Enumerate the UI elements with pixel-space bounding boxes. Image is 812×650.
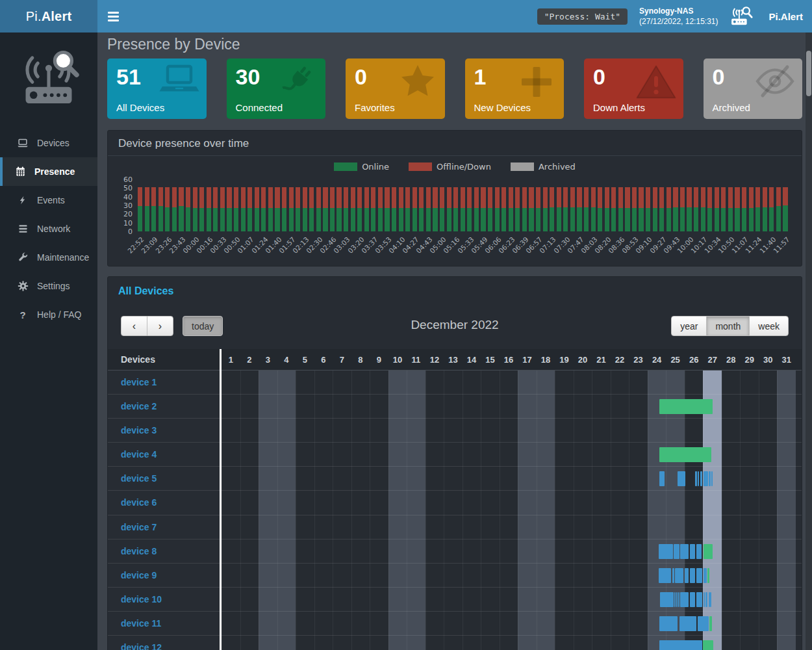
device-row: device 2 xyxy=(108,395,802,419)
presence-bar-blue[interactable] xyxy=(690,568,695,583)
card-connected[interactable]: 30Connected xyxy=(227,58,326,119)
card-down-alerts[interactable]: 0Down Alerts xyxy=(584,58,683,119)
presence-bar-blue[interactable] xyxy=(679,616,696,631)
day-number: 29 xyxy=(740,349,759,370)
device-link-device-5[interactable]: device 5 xyxy=(121,467,157,491)
presence-bar-blue[interactable] xyxy=(672,568,674,583)
card-archived[interactable]: 0Archived xyxy=(704,58,803,119)
presence-bar-blue[interactable] xyxy=(690,544,696,559)
presence-bar-blue[interactable] xyxy=(704,568,707,583)
presence-bar-blue[interactable] xyxy=(704,592,705,607)
presence-bar-blue[interactable] xyxy=(695,471,697,486)
presence-bar-blue[interactable] xyxy=(659,544,673,559)
presence-bar-blue[interactable] xyxy=(680,592,689,607)
presence-bar-blue[interactable] xyxy=(709,471,711,486)
card-all-devices[interactable]: 51All Devices xyxy=(107,58,207,119)
presence-bar-blue[interactable] xyxy=(700,471,702,486)
presence-bar-blue[interactable] xyxy=(678,592,679,607)
presence-bar-green[interactable] xyxy=(703,640,714,650)
week-view-button[interactable]: week xyxy=(749,316,789,336)
chart-bar xyxy=(440,187,444,231)
device-link-device-1[interactable]: device 1 xyxy=(121,370,157,395)
device-row: device 6 xyxy=(108,491,802,515)
sidebar-item-label: Settings xyxy=(37,281,70,291)
presence-bar-green[interactable] xyxy=(709,616,712,631)
presence-bar-blue[interactable] xyxy=(676,592,678,607)
y-axis-tick: 40 xyxy=(110,193,133,202)
calendar-view-group: yearmonthweek xyxy=(671,316,789,336)
legend-label: Online xyxy=(362,162,389,172)
presence-bar-green[interactable] xyxy=(659,447,712,462)
sidebar-menu: DevicesPresenceEventsNetworkMaintenanceS… xyxy=(0,129,97,329)
device-link-device-2[interactable]: device 2 xyxy=(121,395,157,419)
sidebar-item-help-faq[interactable]: ?Help / FAQ xyxy=(0,300,97,329)
presence-bar-blue[interactable] xyxy=(659,616,678,631)
presence-bar-blue[interactable] xyxy=(698,616,709,631)
device-link-device-9[interactable]: device 9 xyxy=(121,564,157,588)
sidebar-item-events[interactable]: Events xyxy=(0,186,97,214)
month-view-button[interactable]: month xyxy=(706,316,750,336)
sidebar-item-label: Presence xyxy=(34,166,75,177)
presence-bar-blue[interactable] xyxy=(696,568,702,583)
device-link-device-6[interactable]: device 6 xyxy=(121,491,157,515)
presence-bar-blue[interactable] xyxy=(678,471,685,486)
chart-bar xyxy=(584,187,589,231)
card-new-devices[interactable]: 1New Devices xyxy=(465,58,565,119)
presence-bar-blue[interactable] xyxy=(659,640,702,650)
device-link-device-11[interactable]: device 11 xyxy=(121,612,161,636)
chart-bar xyxy=(426,187,431,231)
presence-bar-blue[interactable] xyxy=(696,592,702,607)
star-icon xyxy=(397,64,438,100)
presence-bar-blue[interactable] xyxy=(685,568,689,583)
day-number: 9 xyxy=(370,349,388,370)
presence-bar-green[interactable] xyxy=(707,568,709,583)
device-link-device-4[interactable]: device 4 xyxy=(121,443,157,467)
device-link-device-10[interactable]: device 10 xyxy=(121,588,162,612)
chart-bar xyxy=(769,187,774,231)
presence-bar-blue[interactable] xyxy=(659,471,664,486)
day-numbers: 1234567891011121314151617181920212223242… xyxy=(222,349,796,370)
presence-bar-blue[interactable] xyxy=(675,568,683,583)
app-logo[interactable]: Pi.Alert xyxy=(0,0,97,32)
hamburger-menu-icon[interactable] xyxy=(99,0,127,32)
presence-bar-blue[interactable] xyxy=(696,544,702,559)
devices-column-header: Devices xyxy=(121,349,155,370)
presence-bar-blue[interactable] xyxy=(690,592,696,607)
card-favorites[interactable]: 0Favorites xyxy=(346,58,445,119)
presence-bar-blue[interactable] xyxy=(680,544,689,559)
chart-bar xyxy=(474,187,479,231)
presence-bar-blue[interactable] xyxy=(660,592,674,607)
device-row: device 12 xyxy=(108,636,802,650)
laptop-icon xyxy=(159,64,200,100)
presence-bar-blue[interactable] xyxy=(704,471,708,486)
sidebar-item-devices[interactable]: Devices xyxy=(0,129,97,157)
chart-bar xyxy=(220,187,225,231)
presence-bar-green[interactable] xyxy=(659,399,713,414)
device-link-device-3[interactable]: device 3 xyxy=(121,419,157,443)
scrollbar-thumb[interactable] xyxy=(806,51,811,96)
presence-bar-blue[interactable] xyxy=(659,568,671,583)
sidebar-item-settings[interactable]: Settings xyxy=(0,272,97,300)
chart-bar xyxy=(563,187,568,231)
sidebar-item-maintenance[interactable]: Maintenance xyxy=(0,243,97,272)
chart-bar xyxy=(742,187,746,231)
sidebar-item-presence[interactable]: Presence xyxy=(0,157,97,186)
year-view-button[interactable]: year xyxy=(671,316,707,336)
chart-bar xyxy=(241,187,246,231)
presence-bar-blue[interactable] xyxy=(698,471,699,486)
chart-bar xyxy=(467,187,472,231)
presence-bar-blue[interactable] xyxy=(674,544,679,559)
day-number: 28 xyxy=(722,349,741,370)
device-link-device-8[interactable]: device 8 xyxy=(121,540,157,564)
device-link-device-12[interactable]: device 12 xyxy=(121,636,162,650)
sidebar-item-network[interactable]: Network xyxy=(0,214,97,243)
presence-bar-blue[interactable] xyxy=(710,592,711,607)
device-rows: device 1device 2device 3device 4device 5… xyxy=(108,370,802,650)
chart-bar xyxy=(735,187,739,231)
device-link-device-7[interactable]: device 7 xyxy=(121,515,157,540)
presence-bar-green[interactable] xyxy=(704,544,712,559)
presence-bar-blue[interactable] xyxy=(705,592,707,607)
devices-column-divider xyxy=(220,349,222,650)
presence-bar-blue[interactable] xyxy=(674,592,676,607)
presence-bar-blue[interactable] xyxy=(711,471,713,486)
